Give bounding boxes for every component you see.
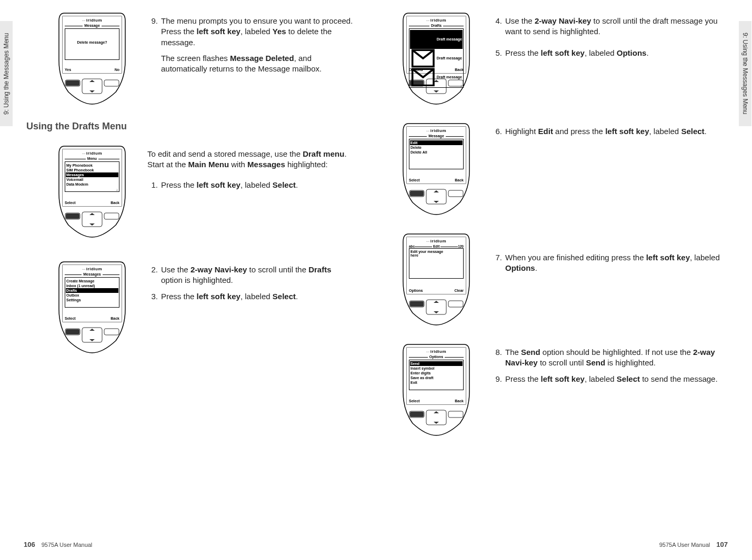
screen-title: Message <box>83 24 102 27</box>
input-mode: abc <box>409 245 415 248</box>
device-message-options: iridium Message Edit Delete Delete All S… <box>397 121 476 216</box>
prompt-text: Delete message? <box>67 40 117 45</box>
softkey-select[interactable]: Select <box>65 317 76 320</box>
device-main-menu: iridium Menu My Phonebook SIM Phonebook … <box>53 144 132 238</box>
screen-main-menu: iridium Menu My Phonebook SIM Phonebook … <box>63 149 122 206</box>
brand-label: iridium <box>65 18 119 23</box>
envelope-icon <box>410 49 436 68</box>
page-number: 107 <box>716 541 728 548</box>
screen-title: Edit <box>432 245 440 248</box>
menu-item: Delete <box>410 145 462 150</box>
menu-item: SIM Phonebook <box>66 168 118 172</box>
menu-item: Settings <box>66 298 118 302</box>
device-delete-message: iridium Message Delete message? Yes No <box>53 11 132 105</box>
softkey-clear[interactable]: Clear <box>454 289 464 292</box>
scroll-down-icon: ↓ <box>116 188 118 191</box>
menu-item: Data Modem <box>66 182 118 187</box>
softkey-options[interactable]: Options <box>409 289 423 292</box>
softkey-yes[interactable]: Yes <box>65 68 71 72</box>
screen-message-options: iridium Message Edit Delete Delete All S… <box>407 127 466 184</box>
menu-item: Insert symbol <box>410 366 462 371</box>
menu-item-highlighted: Edit <box>410 140 463 145</box>
brand-label: iridium <box>409 128 464 133</box>
menu-item: Inbox (1 unread) <box>66 283 118 288</box>
menu-item: Save as draft <box>410 375 462 380</box>
step-9-text: 9. The menu prompts you to ensure you wa… <box>147 11 355 79</box>
softkey-no[interactable]: No <box>115 68 119 72</box>
device-send-options: iridium Options Send Insert symbol Enter… <box>397 342 476 436</box>
menu-item-highlighted: Drafts <box>66 288 118 293</box>
device-drafts-list: iridium Drafts Draft message Draft messa… <box>397 11 476 105</box>
screen-title: Options <box>428 355 445 359</box>
doc-title: 9575A User Manual <box>42 542 93 548</box>
brand-label: iridium <box>65 267 119 271</box>
menu-item: Outbox <box>66 293 118 298</box>
brand-label: iridium <box>409 239 464 243</box>
screen-title: Message <box>427 134 446 138</box>
edit-text-area[interactable]: Edit your message here <box>409 248 464 279</box>
step-7-text: 7. When you are finished editing press t… <box>492 231 725 279</box>
brand-label: iridium <box>409 349 464 354</box>
softkey-select[interactable]: Select <box>65 201 76 205</box>
section-heading-drafts: Using the Drafts Menu <box>26 121 355 132</box>
brand-label: iridium <box>409 18 464 23</box>
menu-item: Create Message <box>66 279 118 283</box>
softkey-back[interactable]: Back <box>455 68 464 72</box>
page-spread: 9: Using the Messages Menu iridium Messa… <box>0 0 752 560</box>
screen-edit-message: iridium abc Edit 120 Edit your message h… <box>407 237 466 294</box>
drafts-intro-text: To edit and send a stored message, use t… <box>147 144 355 196</box>
char-count: 120 <box>458 245 464 248</box>
footer-right: 9575A User Manual 107 <box>659 541 728 548</box>
softkey-back[interactable]: Back <box>111 317 119 320</box>
softkey-select[interactable]: Select <box>409 399 420 403</box>
steps-8-9-text: 8. The Send option should be highlighted… <box>492 342 725 390</box>
chapter-tab-left: 9: Using the Messages Menu <box>0 21 13 126</box>
menu-item: Delete All <box>410 150 462 155</box>
chapter-tab-right: 9: Using the Messages Menu <box>739 21 751 126</box>
page-number: 106 <box>24 541 35 548</box>
device-edit-message: iridium abc Edit 120 Edit your message h… <box>397 231 476 326</box>
brand-label: iridium <box>65 151 119 156</box>
menu-item: My Phonebook <box>66 163 118 168</box>
steps-4-5-text: 4. Use the 2-way Navi-key to scroll unti… <box>492 11 725 64</box>
menu-item: Exit <box>410 380 462 385</box>
menu-item: Voicemail <box>66 177 118 182</box>
screen-title: Messages <box>82 272 102 276</box>
page-left: 9: Using the Messages Menu iridium Messa… <box>0 0 376 560</box>
screen-delete-message: iridium Message Delete message? Yes No <box>63 16 122 73</box>
screen-title: Menu <box>86 157 98 160</box>
softkey-options[interactable]: Options <box>409 68 423 72</box>
draft-item: Draft message <box>410 49 462 68</box>
screen-drafts-list: iridium Drafts Draft message Draft messa… <box>407 16 466 73</box>
envelope-icon <box>410 30 436 49</box>
softkey-back[interactable]: Back <box>455 178 464 182</box>
scroll-down-icon: ↓ <box>460 84 463 87</box>
step-6-text: 6. Highlight Edit and press the left sof… <box>492 121 725 142</box>
screen-title: Drafts <box>429 24 443 27</box>
menu-item: Enter digits <box>410 371 462 375</box>
draft-item-highlighted: Draft message <box>410 30 463 49</box>
menu-item-highlighted: Messages <box>66 172 118 177</box>
doc-title: 9575A User Manual <box>659 542 710 548</box>
page-right: 9: Using the Messages Menu iridium Draft… <box>376 0 751 560</box>
softkey-select[interactable]: Select <box>409 178 420 182</box>
menu-item-highlighted: Send <box>410 361 463 366</box>
softkey-back[interactable]: Back <box>111 201 119 205</box>
softkey-back[interactable]: Back <box>455 399 464 403</box>
footer-left: 106 9575A User Manual <box>24 541 92 548</box>
screen-messages-menu: iridium Messages Create Message Inbox (1… <box>63 265 122 322</box>
device-messages-menu: iridium Messages Create Message Inbox (1… <box>53 259 132 354</box>
screen-send-options: iridium Options Send Insert symbol Enter… <box>407 348 466 404</box>
steps-2-3-text: 2. Use the 2-way Navi-key to scroll unti… <box>147 259 355 307</box>
